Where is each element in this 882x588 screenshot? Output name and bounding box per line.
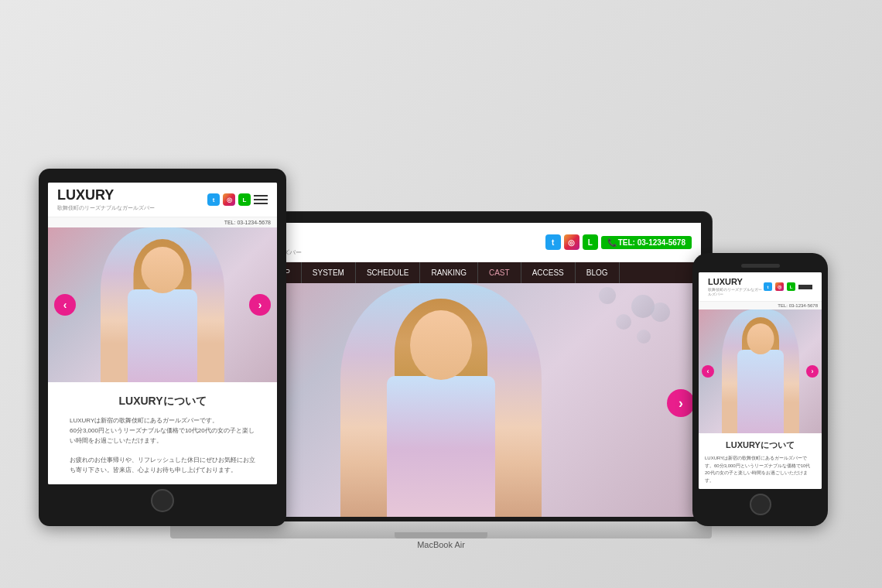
ipad-hero: ‹ › — [48, 227, 277, 382]
hamburger-menu[interactable] — [254, 195, 268, 204]
ipad-site-header: LUXURY 歌舞伎町のリーズナブルなガールズバー t ◎ L — [48, 183, 277, 217]
ipad-tagline: 歌舞伎町のリーズナブルなガールズバー — [57, 204, 155, 212]
iphone-site-header: LUXURY 歌舞伎町のリーズナブルなガールズバー t ◎ L — [699, 272, 822, 302]
iphone-hero-next[interactable]: › — [806, 365, 819, 378]
nav-blog[interactable]: BLOG — [576, 262, 620, 283]
iphone-instagram-icon[interactable]: ◎ — [775, 282, 784, 291]
iphone-device: LUXURY 歌舞伎町のリーズナブルなガールズバー t ◎ L TEL: — [692, 253, 828, 526]
nav-ranking[interactable]: RANKING — [420, 262, 478, 283]
nav-schedule[interactable]: SCHEDULE — [356, 262, 420, 283]
iphone-tagline: 歌舞伎町のリーズナブルなガールズバー — [708, 287, 764, 296]
nav-cast[interactable]: CAST — [478, 262, 521, 283]
ipad-hero-next[interactable]: › — [249, 294, 271, 316]
iphone-line-icon[interactable]: L — [787, 282, 795, 291]
scene: LUXURY 歌舞伎町のリーズナブルなガールズバー t ◎ L 📞 TEL: 0… — [15, 15, 867, 573]
line-icon[interactable]: L — [583, 234, 598, 250]
iphone-screen: LUXURY 歌舞伎町のリーズナブルなガールズバー t ◎ L TEL: — [699, 272, 822, 489]
iphone-twitter-icon[interactable]: t — [764, 282, 772, 291]
iphone-speaker — [741, 264, 780, 268]
instagram-icon[interactable]: ◎ — [564, 234, 579, 250]
ipad-device: LUXURY 歌舞伎町のリーズナブルなガールズバー t ◎ L TEL: — [39, 169, 286, 526]
iphone-hero-prev[interactable]: ‹ — [702, 365, 714, 378]
ipad-line-icon[interactable]: L — [238, 193, 251, 206]
ipad-logo: LUXURY — [57, 187, 155, 203]
ipad-instagram-icon[interactable]: ◎ — [223, 193, 235, 206]
hero-next-button[interactable]: › — [667, 389, 695, 417]
tel-badge: 📞 TEL: 03-1234-5678 — [601, 236, 692, 249]
ipad-tel: TEL: 03-1234-5678 — [48, 217, 277, 227]
iphone-hero: ‹ › — [699, 309, 822, 433]
iphone-logo: LUXURY — [708, 277, 764, 286]
nav-system[interactable]: SYSTEM — [302, 262, 356, 283]
ipad-home-button[interactable] — [151, 489, 174, 512]
ipad-about: LUXURYについて LUXURYは新宿の歌舞伎町にあるガールズバーです。 60… — [48, 382, 277, 484]
ipad-screen: LUXURY 歌舞伎町のリーズナブルなガールズバー t ◎ L TEL: — [48, 183, 277, 484]
iphone-tel: TEL: 03-1234-5678 — [699, 302, 822, 309]
macbook-label: MacBook Air — [170, 540, 712, 549]
ipad-hero-prev[interactable]: ‹ — [54, 294, 76, 316]
iphone-about-text: LUXURYは新宿の歌舞伎町にあるガールズバーです。60分3,000円というリー… — [705, 455, 815, 489]
nav-access[interactable]: ACCESS — [521, 262, 576, 283]
ipad-twitter-icon[interactable]: t — [207, 193, 220, 206]
iphone-about-title: LUXURYについて — [705, 439, 815, 451]
ipad-about-title: LUXURYについて — [60, 395, 265, 409]
ipad-about-text: LUXURYは新宿の歌舞伎町にあるガールズバーです。 60分3,000円というリ… — [70, 416, 255, 476]
twitter-icon[interactable]: t — [545, 234, 561, 250]
iphone-hamburger[interactable] — [798, 285, 812, 289]
iphone-about: LUXURYについて LUXURYは新宿の歌舞伎町にあるガールズバーです。60分… — [699, 433, 822, 489]
iphone-home-button[interactable] — [750, 494, 771, 515]
